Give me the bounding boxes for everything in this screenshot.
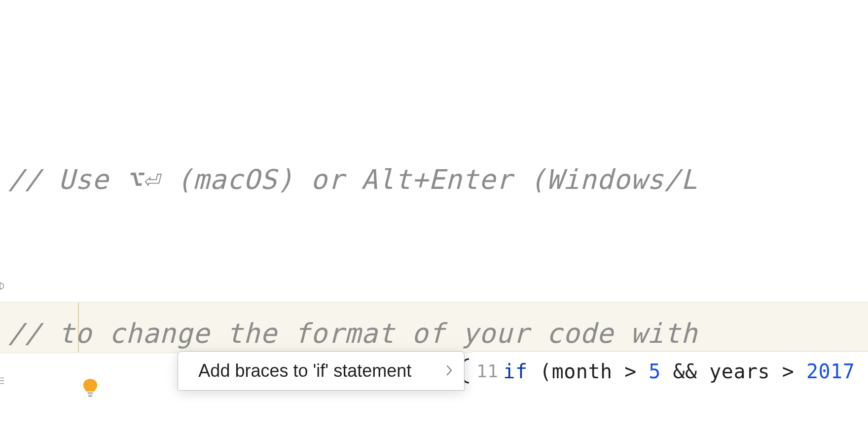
number-literal: 5: [649, 346, 661, 397]
intention-action-icon: [189, 363, 189, 378]
collapse-gutter-icon[interactable]: [0, 355, 9, 406]
code-editor[interactable]: // Use ⌥⏎ (macOS) or Alt+Enter (Windows/…: [0, 0, 868, 434]
shortcut-glyph: ⌥⏎: [126, 154, 159, 205]
intention-preview: 11 if (month > 5 && years > 2017: [471, 351, 868, 391]
expr: && years >: [661, 346, 806, 397]
run-method-gutter-icon[interactable]: [0, 260, 9, 312]
preview-line-number: 11: [476, 346, 498, 397]
comment-text: (macOS) or Alt+Enter (Windows/L: [159, 154, 698, 205]
number-literal: 2017: [806, 346, 855, 397]
intention-action-label: Add braces to 'if' statement: [198, 345, 411, 397]
expr: (month >: [528, 346, 649, 397]
editor-gutter: [0, 0, 4, 205]
svg-rect-1: [88, 395, 93, 397]
chevron-right-icon: [417, 294, 453, 434]
intention-action-popup[interactable]: Add braces to 'if' statement: [178, 351, 465, 391]
keyword-if: if: [503, 346, 527, 397]
svg-rect-0: [88, 392, 93, 394]
code-line-comment-1[interactable]: // Use ⌥⏎ (macOS) or Alt+Enter (Windows/…: [8, 154, 868, 205]
intention-bulb-icon[interactable]: [15, 315, 32, 339]
